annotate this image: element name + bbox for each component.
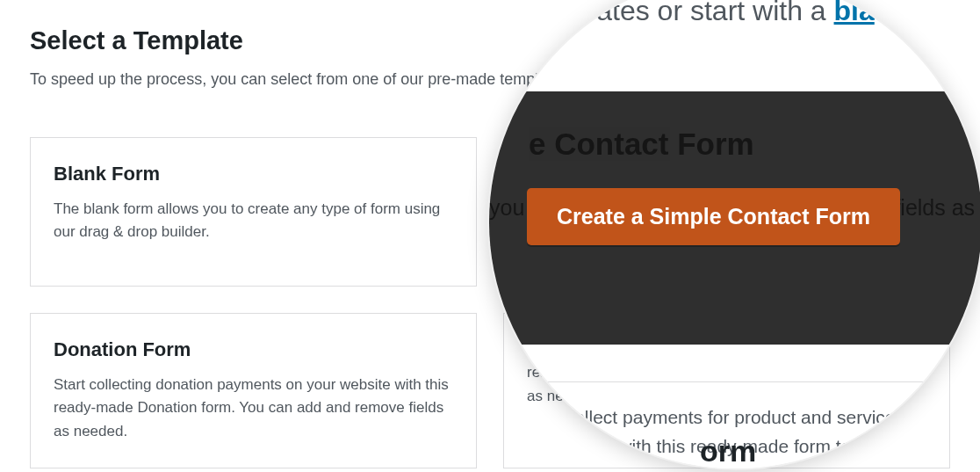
create-simple-contact-form-button[interactable]: Create a Simple Contact Form [527, 188, 900, 245]
card-title: Donation Form [54, 338, 453, 361]
zoom-subtitle-text: ates or start with a [596, 0, 833, 26]
template-card-donation[interactable]: Donation Form Start collecting donation … [30, 313, 477, 468]
card-desc: The blank form allows you to create any … [54, 198, 453, 244]
zoom-card-title-fragment: e Contact Form [529, 127, 973, 162]
template-card-blank[interactable]: Blank Form The blank form allows you to … [30, 137, 477, 287]
card-title: Blank Form [54, 163, 453, 185]
zoom-lower-title-fragment: orm [700, 434, 756, 468]
card-desc: Start collecting donation payments on yo… [54, 374, 453, 443]
